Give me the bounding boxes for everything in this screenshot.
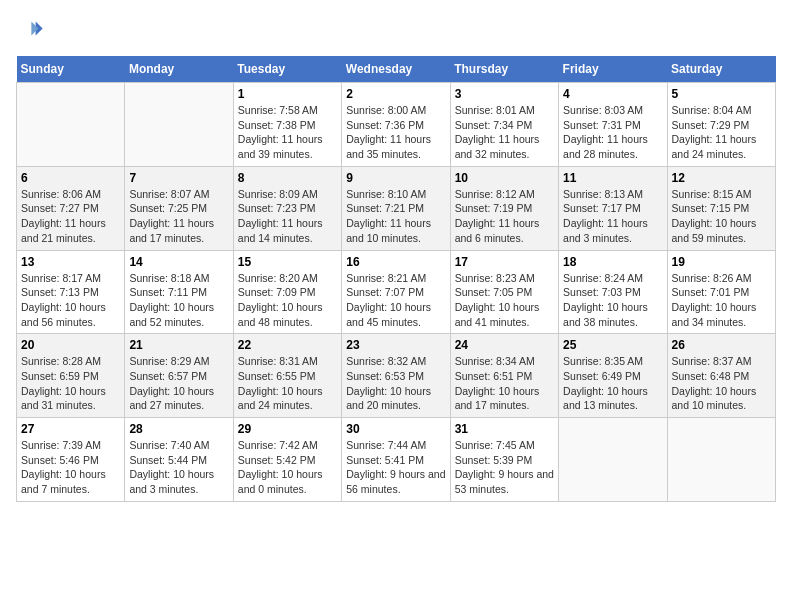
calendar-cell: 20Sunrise: 8:28 AM Sunset: 6:59 PM Dayli… xyxy=(17,334,125,418)
day-number: 5 xyxy=(672,87,771,101)
day-number: 21 xyxy=(129,338,228,352)
calendar-cell: 29Sunrise: 7:42 AM Sunset: 5:42 PM Dayli… xyxy=(233,418,341,502)
day-number: 30 xyxy=(346,422,445,436)
calendar-cell: 23Sunrise: 8:32 AM Sunset: 6:53 PM Dayli… xyxy=(342,334,450,418)
day-info: Sunrise: 8:07 AM Sunset: 7:25 PM Dayligh… xyxy=(129,187,228,246)
calendar-cell: 26Sunrise: 8:37 AM Sunset: 6:48 PM Dayli… xyxy=(667,334,775,418)
calendar-cell: 7Sunrise: 8:07 AM Sunset: 7:25 PM Daylig… xyxy=(125,166,233,250)
day-number: 1 xyxy=(238,87,337,101)
calendar-cell: 4Sunrise: 8:03 AM Sunset: 7:31 PM Daylig… xyxy=(559,83,667,167)
week-row-3: 13Sunrise: 8:17 AM Sunset: 7:13 PM Dayli… xyxy=(17,250,776,334)
day-number: 28 xyxy=(129,422,228,436)
calendar-cell: 1Sunrise: 7:58 AM Sunset: 7:38 PM Daylig… xyxy=(233,83,341,167)
calendar-cell: 24Sunrise: 8:34 AM Sunset: 6:51 PM Dayli… xyxy=(450,334,558,418)
calendar-cell: 19Sunrise: 8:26 AM Sunset: 7:01 PM Dayli… xyxy=(667,250,775,334)
day-header-friday: Friday xyxy=(559,56,667,83)
header-row: SundayMondayTuesdayWednesdayThursdayFrid… xyxy=(17,56,776,83)
day-info: Sunrise: 8:28 AM Sunset: 6:59 PM Dayligh… xyxy=(21,354,120,413)
day-header-monday: Monday xyxy=(125,56,233,83)
day-info: Sunrise: 8:18 AM Sunset: 7:11 PM Dayligh… xyxy=(129,271,228,330)
week-row-5: 27Sunrise: 7:39 AM Sunset: 5:46 PM Dayli… xyxy=(17,418,776,502)
calendar-cell: 12Sunrise: 8:15 AM Sunset: 7:15 PM Dayli… xyxy=(667,166,775,250)
day-info: Sunrise: 8:32 AM Sunset: 6:53 PM Dayligh… xyxy=(346,354,445,413)
calendar-cell: 16Sunrise: 8:21 AM Sunset: 7:07 PM Dayli… xyxy=(342,250,450,334)
calendar-cell: 14Sunrise: 8:18 AM Sunset: 7:11 PM Dayli… xyxy=(125,250,233,334)
calendar-cell: 21Sunrise: 8:29 AM Sunset: 6:57 PM Dayli… xyxy=(125,334,233,418)
calendar-cell: 22Sunrise: 8:31 AM Sunset: 6:55 PM Dayli… xyxy=(233,334,341,418)
day-number: 3 xyxy=(455,87,554,101)
day-number: 14 xyxy=(129,255,228,269)
calendar-cell: 27Sunrise: 7:39 AM Sunset: 5:46 PM Dayli… xyxy=(17,418,125,502)
day-info: Sunrise: 8:23 AM Sunset: 7:05 PM Dayligh… xyxy=(455,271,554,330)
calendar-cell: 15Sunrise: 8:20 AM Sunset: 7:09 PM Dayli… xyxy=(233,250,341,334)
day-header-wednesday: Wednesday xyxy=(342,56,450,83)
day-info: Sunrise: 8:29 AM Sunset: 6:57 PM Dayligh… xyxy=(129,354,228,413)
day-info: Sunrise: 7:58 AM Sunset: 7:38 PM Dayligh… xyxy=(238,103,337,162)
day-info: Sunrise: 8:26 AM Sunset: 7:01 PM Dayligh… xyxy=(672,271,771,330)
calendar-table: SundayMondayTuesdayWednesdayThursdayFrid… xyxy=(16,56,776,502)
calendar-cell: 3Sunrise: 8:01 AM Sunset: 7:34 PM Daylig… xyxy=(450,83,558,167)
day-number: 24 xyxy=(455,338,554,352)
day-info: Sunrise: 8:10 AM Sunset: 7:21 PM Dayligh… xyxy=(346,187,445,246)
day-number: 4 xyxy=(563,87,662,101)
day-info: Sunrise: 8:21 AM Sunset: 7:07 PM Dayligh… xyxy=(346,271,445,330)
calendar-body: 1Sunrise: 7:58 AM Sunset: 7:38 PM Daylig… xyxy=(17,83,776,502)
day-info: Sunrise: 7:40 AM Sunset: 5:44 PM Dayligh… xyxy=(129,438,228,497)
day-info: Sunrise: 7:39 AM Sunset: 5:46 PM Dayligh… xyxy=(21,438,120,497)
day-info: Sunrise: 8:03 AM Sunset: 7:31 PM Dayligh… xyxy=(563,103,662,162)
logo xyxy=(16,16,48,44)
day-info: Sunrise: 8:15 AM Sunset: 7:15 PM Dayligh… xyxy=(672,187,771,246)
week-row-2: 6Sunrise: 8:06 AM Sunset: 7:27 PM Daylig… xyxy=(17,166,776,250)
calendar-cell xyxy=(125,83,233,167)
logo-icon xyxy=(16,16,44,44)
day-info: Sunrise: 8:04 AM Sunset: 7:29 PM Dayligh… xyxy=(672,103,771,162)
page-header xyxy=(16,16,776,44)
calendar-cell: 30Sunrise: 7:44 AM Sunset: 5:41 PM Dayli… xyxy=(342,418,450,502)
day-info: Sunrise: 7:44 AM Sunset: 5:41 PM Dayligh… xyxy=(346,438,445,497)
calendar-cell: 6Sunrise: 8:06 AM Sunset: 7:27 PM Daylig… xyxy=(17,166,125,250)
day-number: 10 xyxy=(455,171,554,185)
day-number: 13 xyxy=(21,255,120,269)
day-number: 15 xyxy=(238,255,337,269)
day-number: 8 xyxy=(238,171,337,185)
day-info: Sunrise: 8:17 AM Sunset: 7:13 PM Dayligh… xyxy=(21,271,120,330)
day-info: Sunrise: 8:35 AM Sunset: 6:49 PM Dayligh… xyxy=(563,354,662,413)
calendar-cell: 5Sunrise: 8:04 AM Sunset: 7:29 PM Daylig… xyxy=(667,83,775,167)
day-number: 26 xyxy=(672,338,771,352)
day-header-saturday: Saturday xyxy=(667,56,775,83)
day-info: Sunrise: 8:37 AM Sunset: 6:48 PM Dayligh… xyxy=(672,354,771,413)
calendar-cell xyxy=(559,418,667,502)
day-number: 16 xyxy=(346,255,445,269)
day-number: 25 xyxy=(563,338,662,352)
day-info: Sunrise: 8:20 AM Sunset: 7:09 PM Dayligh… xyxy=(238,271,337,330)
day-number: 29 xyxy=(238,422,337,436)
day-number: 2 xyxy=(346,87,445,101)
calendar-cell: 11Sunrise: 8:13 AM Sunset: 7:17 PM Dayli… xyxy=(559,166,667,250)
calendar-cell xyxy=(667,418,775,502)
day-info: Sunrise: 8:34 AM Sunset: 6:51 PM Dayligh… xyxy=(455,354,554,413)
calendar-cell: 2Sunrise: 8:00 AM Sunset: 7:36 PM Daylig… xyxy=(342,83,450,167)
day-info: Sunrise: 8:06 AM Sunset: 7:27 PM Dayligh… xyxy=(21,187,120,246)
day-number: 12 xyxy=(672,171,771,185)
day-info: Sunrise: 7:45 AM Sunset: 5:39 PM Dayligh… xyxy=(455,438,554,497)
day-number: 17 xyxy=(455,255,554,269)
day-info: Sunrise: 8:24 AM Sunset: 7:03 PM Dayligh… xyxy=(563,271,662,330)
calendar-cell: 25Sunrise: 8:35 AM Sunset: 6:49 PM Dayli… xyxy=(559,334,667,418)
day-number: 7 xyxy=(129,171,228,185)
calendar-cell: 28Sunrise: 7:40 AM Sunset: 5:44 PM Dayli… xyxy=(125,418,233,502)
calendar-header: SundayMondayTuesdayWednesdayThursdayFrid… xyxy=(17,56,776,83)
day-number: 19 xyxy=(672,255,771,269)
day-number: 22 xyxy=(238,338,337,352)
day-info: Sunrise: 8:31 AM Sunset: 6:55 PM Dayligh… xyxy=(238,354,337,413)
calendar-cell: 8Sunrise: 8:09 AM Sunset: 7:23 PM Daylig… xyxy=(233,166,341,250)
day-info: Sunrise: 7:42 AM Sunset: 5:42 PM Dayligh… xyxy=(238,438,337,497)
week-row-1: 1Sunrise: 7:58 AM Sunset: 7:38 PM Daylig… xyxy=(17,83,776,167)
calendar-cell: 31Sunrise: 7:45 AM Sunset: 5:39 PM Dayli… xyxy=(450,418,558,502)
calendar-cell: 18Sunrise: 8:24 AM Sunset: 7:03 PM Dayli… xyxy=(559,250,667,334)
day-number: 11 xyxy=(563,171,662,185)
calendar-cell xyxy=(17,83,125,167)
day-info: Sunrise: 8:12 AM Sunset: 7:19 PM Dayligh… xyxy=(455,187,554,246)
day-number: 27 xyxy=(21,422,120,436)
day-number: 9 xyxy=(346,171,445,185)
day-header-thursday: Thursday xyxy=(450,56,558,83)
